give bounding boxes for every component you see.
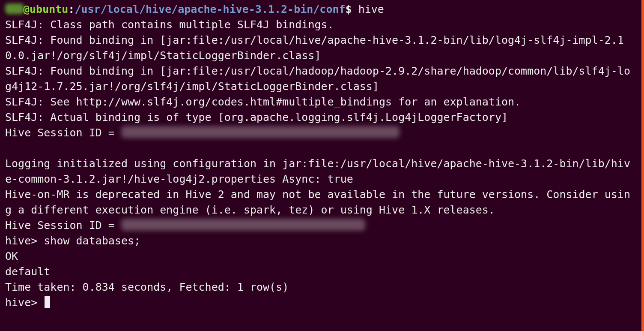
output-ok: OK xyxy=(5,250,18,262)
hive-command: show databases; xyxy=(44,235,140,247)
redacted-session-id xyxy=(121,219,365,231)
output-line: Logging initialized using configuration … xyxy=(5,157,630,185)
prompt-dollar: $ xyxy=(346,3,352,15)
redacted-username xyxy=(5,3,24,14)
output-line: SLF4J: Found binding in [jar:file:/usr/l… xyxy=(5,34,624,62)
hive-prompt-active[interactable]: hive> xyxy=(5,296,44,309)
prompt-colon: : xyxy=(68,3,75,15)
output-line: SLF4J: Found binding in [jar:file:/usr/l… xyxy=(5,65,630,93)
shell-command-text: hive xyxy=(358,3,384,15)
output-db-row: default xyxy=(5,265,50,278)
output-line: SLF4J: See http://www.slf4j.org/codes.ht… xyxy=(5,96,521,108)
output-line: Hive-on-MR is deprecated in Hive 2 and m… xyxy=(5,188,630,216)
session-id-label: Hive Session ID = xyxy=(5,126,121,139)
shell-command xyxy=(352,3,358,15)
terminal-window[interactable]: @ubuntu:/usr/local/hive/apache-hive-3.1.… xyxy=(0,0,644,331)
hive-prompt: hive> xyxy=(5,235,44,247)
redacted-session-id xyxy=(121,126,400,138)
prompt-cwd-path: /usr/local/hive/apache-hive-3.1.2-bin/co… xyxy=(75,3,345,15)
output-line: SLF4J: Class path contains multiple SLF4… xyxy=(5,18,334,31)
session-id-label: Hive Session ID = xyxy=(5,219,121,232)
output-line: SLF4J: Actual binding is of type [org.ap… xyxy=(5,111,508,123)
prompt-host: @ubuntu xyxy=(23,3,68,15)
output-timing: Time taken: 0.834 seconds, Fetched: 1 ro… xyxy=(5,281,289,293)
cursor-icon xyxy=(45,296,50,308)
